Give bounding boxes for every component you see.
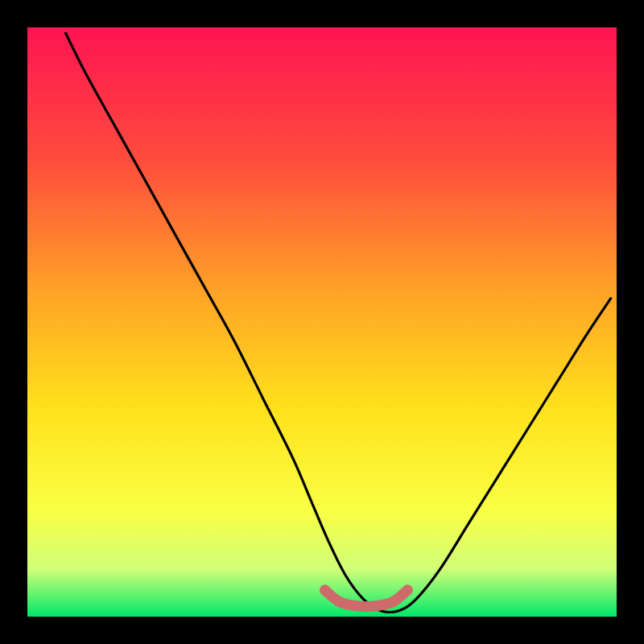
chart-root: TheBottleneck.com — [0, 0, 644, 644]
chart-svg — [0, 0, 644, 644]
optimal-range-endpoint — [402, 585, 413, 596]
optimal-range-endpoint — [320, 585, 330, 596]
